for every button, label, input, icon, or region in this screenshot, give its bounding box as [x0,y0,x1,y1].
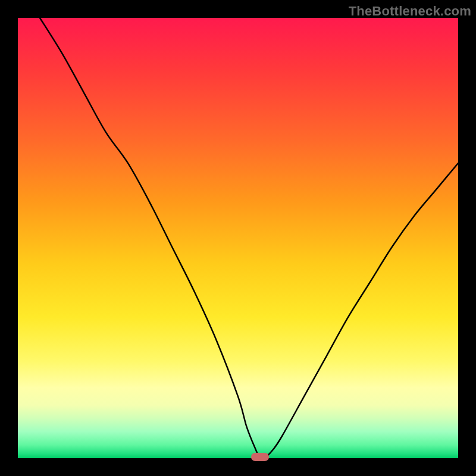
plot-area [18,18,458,458]
optimal-marker [251,453,269,461]
watermark-text: TheBottleneck.com [349,4,471,19]
chart-frame: TheBottleneck.com [0,0,476,476]
bottleneck-curve [18,18,458,458]
